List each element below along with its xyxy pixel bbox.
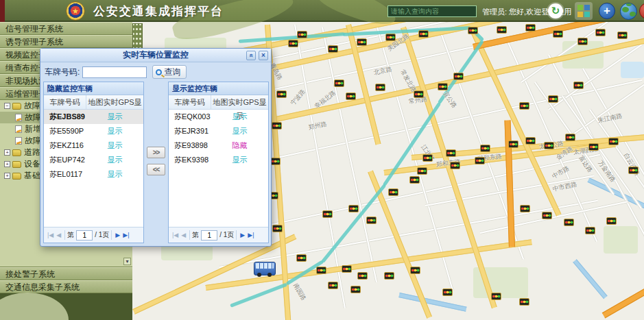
traffic-signal-icon[interactable] [573,82,584,89]
first-page-icon[interactable]: |◀ [46,232,55,238]
traffic-signal-icon[interactable] [525,24,536,32]
traffic-signal-icon[interactable] [525,137,536,145]
table-row[interactable]: 苏E5590P显示 [44,124,143,138]
traffic-signal-icon[interactable] [453,73,464,80]
traffic-signal-icon[interactable] [328,282,338,289]
traffic-signal-icon[interactable] [497,26,507,34]
expand-node-icon[interactable]: + [4,173,10,179]
traffic-signal-icon[interactable] [564,219,574,226]
add-icon[interactable]: + [598,2,616,20]
tree-scroll-down-icon[interactable]: ▾ [123,258,131,265]
traffic-signal-icon[interactable] [585,227,595,234]
query-button[interactable]: 查询 [152,65,187,79]
page-input[interactable] [76,230,93,241]
traffic-signal-icon[interactable] [410,267,420,274]
move-left-button[interactable]: << [147,164,165,175]
gps-toggle-link[interactable]: 隐藏 [211,140,268,151]
collapse-node-icon[interactable]: − [4,103,10,109]
last-page-icon[interactable]: ▶| [121,232,130,238]
traffic-signal-icon[interactable] [628,167,639,174]
traffic-signal-icon[interactable] [316,267,326,274]
traffic-signal-icon[interactable] [446,149,456,157]
traffic-signal-icon[interactable] [475,157,485,164]
dialog-collapse-icon[interactable]: « [246,51,256,60]
traffic-signal-icon[interactable] [520,205,530,212]
traffic-signal-icon[interactable] [322,210,333,218]
traffic-signal-icon[interactable] [385,34,396,41]
traffic-signal-icon[interactable] [288,40,298,47]
traffic-signal-icon[interactable] [595,29,606,36]
traffic-signal-icon[interactable] [342,265,352,273]
table-row[interactable]: 苏EQK003显示 [169,110,268,124]
traffic-signal-icon[interactable] [480,145,490,152]
gps-toggle-link[interactable]: 显示 [86,169,143,180]
table-row[interactable]: 苏EK9398显示 [169,153,268,167]
traffic-signal-icon[interactable] [366,217,377,224]
traffic-signal-icon[interactable] [565,134,575,141]
table-row[interactable]: 苏EKZ116显示 [44,138,143,153]
traffic-signal-icon[interactable] [384,272,394,280]
traffic-signal-icon[interactable] [334,79,344,87]
traffic-signal-icon[interactable] [328,45,338,53]
traffic-signal-icon[interactable] [491,293,501,300]
next-page-icon[interactable]: ▶ [239,232,246,238]
traffic-signal-icon[interactable] [617,32,628,39]
expand-node-icon[interactable]: + [4,161,10,167]
traffic-signal-icon[interactable] [553,30,563,38]
sidebar-item[interactable]: 诱导管理子系统 [0,35,132,48]
traffic-signal-icon[interactable] [608,138,619,145]
dialog-titlebar[interactable]: 实时车辆位置监控 « × [40,49,271,62]
alert-icon[interactable] [639,2,644,20]
sidebar-item[interactable]: 信号管理子系统 [0,22,132,35]
traffic-signal-icon[interactable] [357,272,368,280]
sidebar-item[interactable]: 交通信息采集子系统 [0,280,132,293]
traffic-signal-icon[interactable] [297,31,307,38]
first-page-icon[interactable]: |◀ [171,232,180,238]
traffic-signal-icon[interactable] [348,205,359,212]
traffic-signal-icon[interactable] [272,122,282,130]
traffic-signal-icon[interactable] [542,212,552,219]
gps-toggle-link[interactable]: 显示 [86,140,143,151]
gps-toggle-link[interactable]: 显示 [86,155,143,165]
traffic-signal-icon[interactable] [548,95,558,103]
page-input[interactable] [201,230,217,241]
traffic-signal-icon[interactable] [588,143,599,151]
traffic-signal-icon[interactable] [414,90,424,98]
traffic-signal-icon[interactable] [450,162,460,169]
gps-toggle-link[interactable]: 显示 [86,112,143,122]
traffic-signal-icon[interactable] [409,176,420,184]
apps-grid-icon[interactable] [575,2,593,20]
table-row[interactable]: 苏EL0117显示 [44,167,143,182]
traffic-signal-icon[interactable] [606,217,617,225]
traffic-signal-icon[interactable] [508,140,518,148]
dialog-close-icon[interactable]: × [259,51,268,60]
globe-icon[interactable] [619,2,637,20]
traffic-signal-icon[interactable] [438,83,448,90]
table-row[interactable]: 苏EUP742显示 [44,153,143,167]
traffic-signal-icon[interactable] [296,254,307,262]
gps-toggle-link[interactable]: 显示 [86,126,143,136]
traffic-signal-icon[interactable] [519,102,529,110]
gps-toggle-link[interactable]: 显示 [211,126,268,136]
traffic-signal-icon[interactable] [519,298,529,306]
bus-marker-icon[interactable] [254,260,276,277]
prev-page-icon[interactable]: ◀ [180,232,187,238]
traffic-signal-icon[interactable] [468,27,478,34]
expand-node-icon[interactable]: + [4,149,10,156]
move-right-button[interactable]: >> [147,147,165,158]
traffic-signal-icon[interactable] [375,84,385,91]
traffic-signal-icon[interactable] [422,154,433,162]
traffic-signal-icon[interactable] [418,30,429,38]
traffic-signal-icon[interactable] [357,38,367,46]
traffic-signal-icon[interactable] [388,188,398,196]
traffic-signal-icon[interactable] [272,225,283,232]
header-search-input[interactable] [387,5,477,17]
traffic-signal-icon[interactable] [417,167,427,175]
sidebar-item[interactable]: 接处警子系统 [0,267,132,280]
table-row[interactable]: 苏EJR391显示 [169,124,268,138]
traffic-signal-icon[interactable] [276,90,287,98]
next-page-icon[interactable]: ▶ [114,232,121,238]
table-row[interactable]: 苏E93898隐藏 [169,138,268,153]
last-page-icon[interactable]: ▶| [246,232,255,238]
table-row[interactable]: 苏EJBS89显示 [44,110,143,124]
